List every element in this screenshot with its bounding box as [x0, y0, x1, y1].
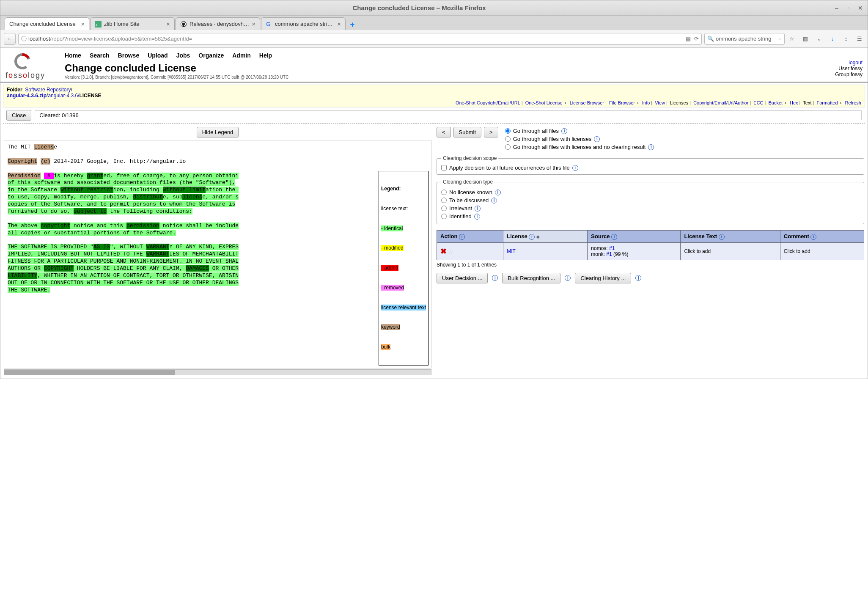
fossology-logo[interactable]: fossology	[5, 50, 65, 80]
info-icon[interactable]: i	[561, 128, 567, 134]
back-button[interactable]: ←	[4, 33, 16, 45]
sidebar-icon[interactable]: ▥	[801, 34, 810, 44]
menu-upload[interactable]: Upload	[148, 52, 168, 59]
nomos-link[interactable]: #1	[609, 245, 615, 251]
window-maximize-icon[interactable]: ▫	[846, 5, 852, 11]
apply-all-checkbox[interactable]	[441, 165, 447, 170]
tab-github[interactable]: Releases · denysdovh… ×	[176, 17, 260, 30]
close-icon[interactable]: ×	[337, 20, 341, 27]
radio-no-clearing[interactable]	[505, 144, 511, 150]
google-favicon-icon: G	[266, 21, 272, 27]
identity-icon[interactable]: ⓘ	[21, 35, 27, 43]
menu-admin[interactable]: Admin	[232, 52, 251, 59]
search-bar[interactable]: 🔍 ommons apache string →	[704, 33, 785, 45]
radio-all-files[interactable]	[505, 128, 511, 134]
submenu-file-browser[interactable]: File Browser	[609, 100, 635, 105]
radio-identified[interactable]	[441, 214, 447, 219]
info-icon[interactable]: i	[459, 234, 465, 240]
submit-button[interactable]: Submit	[453, 127, 481, 137]
horizontal-scrollbar[interactable]	[4, 369, 431, 375]
col-comment[interactable]: Comment i	[780, 231, 864, 243]
info-icon[interactable]: i	[474, 214, 480, 220]
close-icon[interactable]: ×	[252, 20, 255, 27]
col-source[interactable]: Source i	[588, 231, 681, 243]
menu-browse[interactable]: Browse	[118, 52, 140, 59]
downloads-icon[interactable]: ↓	[828, 34, 837, 44]
home-icon[interactable]: ⌂	[841, 34, 851, 44]
menu-help[interactable]: Help	[259, 52, 272, 59]
close-icon[interactable]: ×	[81, 20, 85, 27]
submenu-view[interactable]: View	[655, 100, 665, 105]
submenu-formatted[interactable]: Formatted	[816, 100, 838, 105]
radio-no-license[interactable]	[441, 190, 447, 195]
info-icon[interactable]: i	[648, 144, 654, 150]
radio-tbd[interactable]	[441, 198, 447, 203]
info-icon[interactable]: i	[475, 206, 481, 212]
info-icon[interactable]: i	[611, 234, 617, 240]
remove-icon[interactable]: ✖	[440, 247, 447, 256]
info-icon[interactable]: i	[491, 198, 497, 203]
submenu-ecc[interactable]: ECC	[753, 100, 763, 105]
sort-icon[interactable]: ◆	[536, 234, 540, 239]
info-icon[interactable]: i	[594, 136, 600, 142]
next-button[interactable]: >	[484, 127, 498, 137]
info-icon[interactable]: i	[492, 275, 498, 281]
window-close-icon[interactable]: ✕	[857, 5, 863, 11]
prev-button[interactable]: <	[437, 127, 451, 137]
tab-google[interactable]: G commons apache stri… ×	[261, 17, 346, 30]
submenu-oneshot-cu[interactable]: One-Shot Copyright/Email/URL	[456, 100, 520, 105]
path-dir-link[interactable]: angular-4.3.6/	[48, 93, 79, 99]
license-link[interactable]: MIT	[507, 248, 516, 254]
submenu-bucket[interactable]: Bucket	[768, 100, 783, 105]
submenu-licenses: Licenses	[670, 100, 688, 105]
radio-with-licenses[interactable]	[505, 136, 511, 142]
tab-fossology[interactable]: Change concluded License ×	[5, 17, 89, 30]
submenu-copyright[interactable]: Copyright/Email/Url/Author	[693, 100, 748, 105]
logout-link[interactable]: logout	[849, 60, 863, 66]
star-icon[interactable]: ☆	[448, 248, 453, 255]
submenu-oneshot-lic[interactable]: One-Shot License	[525, 100, 563, 105]
reader-icon[interactable]: ▤	[686, 36, 691, 42]
menu-home[interactable]: Home	[65, 52, 81, 59]
clearing-history-button[interactable]: Clearing History ...	[575, 273, 631, 283]
info-icon[interactable]: i	[635, 275, 641, 281]
monk-link[interactable]: #1	[606, 251, 612, 257]
license-table: Action i License i◆ Source i License Tex…	[437, 230, 864, 260]
info-icon[interactable]: i	[810, 234, 816, 240]
menu-jobs[interactable]: Jobs	[176, 52, 190, 59]
close-button[interactable]: Close	[6, 110, 31, 121]
bulk-recognition-button[interactable]: Bulk Recognition ...	[502, 273, 560, 283]
menu-organize[interactable]: Organize	[198, 52, 224, 59]
col-license-text[interactable]: License Text i	[681, 231, 780, 243]
license-text-cell[interactable]: Click to add	[681, 242, 780, 260]
new-tab-button[interactable]: +	[346, 19, 358, 30]
submenu-license-browser[interactable]: License Browser	[570, 100, 604, 105]
reload-icon[interactable]: ⟳	[694, 36, 699, 42]
user-info: logout User:fossy Group:fossy	[835, 60, 863, 77]
menu-search[interactable]: Search	[90, 52, 110, 59]
close-icon[interactable]: ×	[166, 20, 170, 27]
pocket-icon[interactable]: ⌄	[814, 34, 824, 44]
submenu-refresh[interactable]: Refresh	[845, 100, 861, 105]
info-icon[interactable]: i	[495, 190, 501, 195]
window-minimize-icon[interactable]: –	[834, 5, 840, 11]
submenu-hex[interactable]: Hex	[790, 100, 798, 105]
menu-icon[interactable]: ☰	[855, 34, 864, 44]
go-icon[interactable]: →	[776, 36, 782, 42]
hide-legend-button[interactable]: Hide Legend	[197, 127, 239, 137]
radio-irrelevant[interactable]	[441, 206, 447, 211]
comment-cell[interactable]: Click to add	[780, 242, 864, 260]
info-icon[interactable]: i	[565, 275, 571, 281]
folder-link[interactable]: Software Repository	[25, 87, 71, 93]
col-license[interactable]: License i◆	[503, 231, 588, 243]
tab-zlib[interactable]: z zlib Home Site ×	[90, 17, 175, 30]
path-zip-link[interactable]: angular-4.3.6.zip	[7, 93, 47, 99]
info-icon[interactable]: i	[572, 165, 578, 171]
bookmark-star-icon[interactable]: ☆	[787, 34, 797, 44]
user-decision-button[interactable]: User Decision ...	[437, 273, 488, 283]
submenu-info[interactable]: Info	[642, 100, 650, 105]
url-bar[interactable]: ⓘ localhost/repo/?mod=view-license&uploa…	[18, 33, 702, 45]
info-icon[interactable]: i	[719, 234, 725, 240]
col-action[interactable]: Action i	[437, 231, 503, 243]
info-icon[interactable]: i	[529, 234, 535, 240]
